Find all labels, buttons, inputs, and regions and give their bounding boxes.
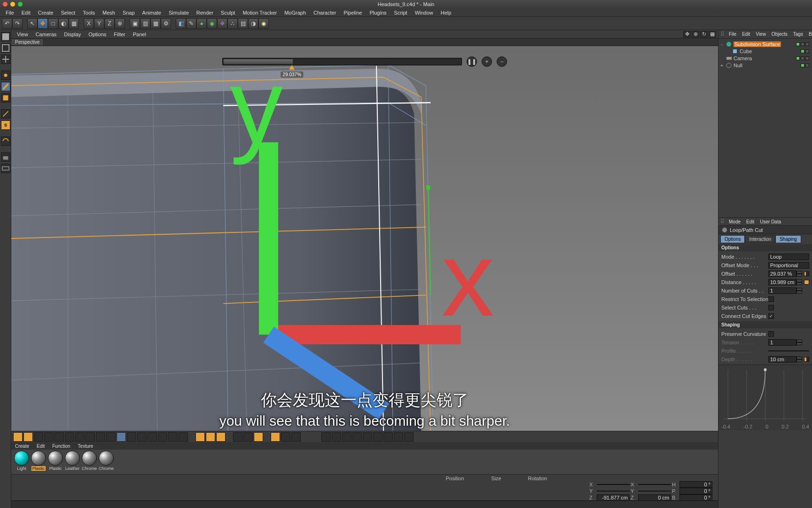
render-dot[interactable] — [801, 56, 804, 60]
cmd-icon[interactable] — [243, 432, 253, 442]
view-menu-options[interactable]: Options — [85, 32, 110, 37]
view-tab-perspective[interactable]: Perspective — [11, 39, 44, 45]
rot-field[interactable]: 0 ° — [679, 488, 712, 494]
material-item[interactable]: Chrome — [98, 451, 115, 471]
attr-slider[interactable] — [804, 280, 809, 285]
attr-dropdown[interactable]: Loop — [768, 254, 809, 260]
redo-button[interactable]: ↷ — [12, 18, 23, 29]
render-region-button[interactable]: ▥ — [140, 18, 150, 29]
add-environment-button[interactable]: ∴ — [227, 18, 238, 29]
live-select-tool[interactable]: ↖ — [27, 18, 38, 29]
view-menu-panel[interactable]: Panel — [129, 32, 150, 37]
y-axis-toggle[interactable]: Y — [94, 18, 104, 29]
loop-cut-minus-button[interactable]: − — [497, 56, 507, 67]
cmd-icon[interactable] — [206, 432, 215, 442]
menu-script[interactable]: Script — [390, 10, 411, 16]
cmd-icon[interactable] — [352, 432, 362, 442]
attr-slider[interactable] — [804, 271, 809, 276]
cmd-icon[interactable] — [394, 432, 403, 442]
material-item[interactable]: Plastic — [30, 451, 47, 471]
tree-row[interactable]: Camera — [719, 55, 811, 62]
size-field[interactable] — [638, 491, 671, 492]
cmd-icon[interactable] — [158, 432, 167, 442]
menu-snap[interactable]: Snap — [119, 10, 139, 16]
window-close-button[interactable] — [3, 2, 8, 7]
om-menu-edit[interactable]: Edit — [739, 32, 753, 37]
cmd-icon[interactable] — [363, 432, 372, 442]
menu-file[interactable]: File — [2, 10, 18, 16]
cmd-icon[interactable] — [86, 432, 95, 442]
add-subdiv-button[interactable]: ● — [196, 18, 207, 29]
cmd-icon[interactable] — [55, 432, 64, 442]
menu-motiontracker[interactable]: Motion Tracker — [239, 10, 281, 16]
cmd-icon[interactable] — [179, 432, 188, 442]
locked-workplane-button[interactable] — [1, 152, 10, 162]
tag-dot[interactable] — [805, 56, 809, 60]
rotate-tool[interactable]: ◐ — [58, 18, 69, 29]
om-menu-file[interactable]: File — [726, 32, 739, 37]
cmd-icon[interactable] — [373, 432, 383, 442]
window-maximize-button[interactable] — [18, 2, 23, 7]
om-menu-objects[interactable]: Objects — [769, 32, 790, 37]
cmd-icon[interactable] — [233, 432, 242, 442]
pos-field[interactable] — [597, 484, 630, 485]
view-menu-view[interactable]: View — [13, 32, 32, 37]
menu-sculpt[interactable]: Sculpt — [217, 10, 239, 16]
attr-tab-shaping[interactable]: Shaping — [775, 235, 801, 243]
loop-cut-plus-button[interactable]: + — [482, 56, 492, 67]
z-axis-toggle[interactable]: Z — [104, 18, 115, 29]
tree-object-name[interactable]: Camera — [734, 56, 752, 61]
viewport-3d[interactable]: x y 29.037% ❚❚ + − 你会发现这一点变得更尖锐了 you wil… — [11, 46, 718, 431]
cmd-icon[interactable] — [148, 432, 157, 442]
workplane-mode-button[interactable] — [1, 55, 10, 64]
render-dot[interactable] — [801, 42, 804, 46]
menu-plugins[interactable]: Plugins — [366, 10, 390, 16]
attr-number-field[interactable]: 10 cm — [768, 356, 796, 363]
loop-cut-pause-button[interactable]: ❚❚ — [467, 56, 477, 67]
attr-slider[interactable] — [804, 357, 809, 362]
loop-cut-slider-thumb[interactable] — [289, 65, 295, 70]
view-menu-display[interactable]: Display — [60, 32, 85, 37]
render-pv-button[interactable]: ▦ — [150, 18, 161, 29]
mat-menu-function[interactable]: Function — [48, 443, 74, 449]
menu-animate[interactable]: Animate — [139, 10, 165, 16]
pos-field[interactable] — [597, 491, 630, 492]
add-camera-button[interactable]: ▤ — [238, 18, 248, 29]
tree-row[interactable]: Cube — [719, 48, 811, 55]
attr-checkbox[interactable] — [768, 331, 774, 337]
view-layout-icon[interactable]: ▦ — [709, 31, 716, 38]
x-axis-toggle[interactable]: X — [84, 18, 94, 29]
add-generator-button[interactable]: ◉ — [207, 18, 217, 29]
menu-help[interactable]: Help — [437, 10, 455, 16]
cmd-icon[interactable] — [23, 432, 33, 442]
cmd-icon[interactable] — [65, 432, 74, 442]
tree-object-name[interactable]: Null — [734, 63, 742, 68]
render-settings-button[interactable]: ⚙ — [161, 18, 171, 29]
attr-spinner[interactable] — [796, 357, 802, 362]
attr-checkbox[interactable] — [768, 296, 774, 302]
add-deformer-button[interactable]: ❖ — [217, 18, 227, 29]
render-dot[interactable] — [805, 64, 809, 67]
move-tool[interactable]: ✥ — [38, 18, 48, 29]
menu-render[interactable]: Render — [193, 10, 217, 16]
attr-spinner[interactable] — [796, 340, 802, 345]
size-field[interactable]: 0 cm — [638, 494, 671, 501]
cmd-icon[interactable] — [195, 432, 205, 442]
last-tool[interactable]: ▦ — [69, 18, 79, 29]
menu-create[interactable]: Create — [34, 10, 57, 16]
add-pen-button[interactable]: ✎ — [186, 18, 196, 29]
loop-cut-slider-track[interactable]: 29.037% — [222, 58, 462, 65]
am-menu-userdata[interactable]: User Data — [757, 219, 784, 224]
rot-field[interactable]: 0 ° — [679, 494, 712, 501]
am-menu-edit[interactable]: Edit — [743, 219, 757, 224]
menu-select[interactable]: Select — [57, 10, 79, 16]
model-mode-button[interactable] — [1, 32, 10, 41]
render-dot[interactable] — [805, 49, 809, 53]
cmd-icon[interactable] — [127, 432, 136, 442]
cmd-icon[interactable] — [254, 432, 263, 442]
attr-checkbox[interactable] — [768, 313, 774, 319]
cmd-icon[interactable] — [383, 432, 393, 442]
cmd-icon[interactable] — [281, 432, 290, 442]
view-menu-filter[interactable]: Filter — [110, 32, 129, 37]
material-item[interactable]: Plastic — [47, 451, 64, 471]
